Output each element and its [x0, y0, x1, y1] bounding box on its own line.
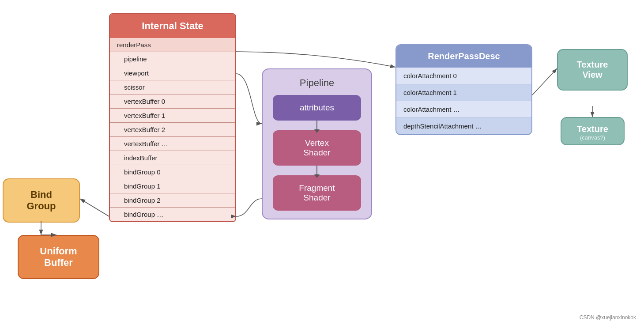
row-vb1: vertexBuffer 1: [110, 109, 235, 123]
row-pipeline: pipeline: [110, 52, 235, 66]
texture-sub: (canvas?): [566, 134, 619, 141]
internal-state-header: Internal State: [110, 14, 235, 38]
texture-view-label: TextureView: [577, 60, 608, 79]
render-pass-header: RenderPassDesc: [396, 45, 531, 68]
pipeline-attributes: attributes: [273, 95, 361, 121]
pipeline-arrow-1: [316, 121, 317, 130]
row-bgdot: bindGroup …: [110, 208, 235, 221]
pipeline-fragment-shader: FragmentShader: [273, 175, 361, 211]
pipeline-label: Pipeline: [300, 77, 334, 89]
row-scissor: scissor: [110, 80, 235, 94]
row-bg1: bindGroup 1: [110, 179, 235, 193]
pipeline-vertex-shader: VertexShader: [273, 130, 361, 166]
texture-label: Texture: [577, 124, 608, 134]
row-indexbuffer: indexBuffer: [110, 151, 235, 165]
row-viewport: viewport: [110, 66, 235, 80]
row-vb0: vertexBuffer 0: [110, 94, 235, 109]
row-vb2: vertexBuffer 2: [110, 123, 235, 137]
row-vbdot: vertexBuffer …: [110, 137, 235, 151]
pipeline-inner: attributes VertexShader FragmentShader: [271, 95, 363, 211]
uniform-buffer-label: UniformBuffer: [40, 246, 77, 268]
render-pass-row-1: colorAttachment 1: [396, 84, 531, 101]
render-pass-row-3: depthStencilAttachment …: [396, 118, 531, 134]
bind-group-box: BindGroup: [3, 178, 80, 223]
row-bg2: bindGroup 2: [110, 193, 235, 208]
texture-box: Texture (canvas?): [561, 117, 625, 145]
render-pass-row-2: colorAttachment …: [396, 101, 531, 118]
render-pass-row-0: colorAttachment 0: [396, 68, 531, 84]
watermark: CSDN @xuejianxinokok: [580, 314, 636, 321]
row-bg0: bindGroup 0: [110, 165, 235, 179]
render-pass-desc-box: RenderPassDesc colorAttachment 0 colorAt…: [395, 44, 532, 135]
internal-state-box: Internal State renderPass pipeline viewp…: [109, 13, 236, 222]
row-renderpass: renderPass: [110, 38, 235, 52]
pipeline-arrow-2: [316, 166, 317, 175]
texture-view-box: TextureView: [557, 49, 628, 91]
bind-group-label: BindGroup: [27, 189, 56, 212]
uniform-buffer-box: UniformBuffer: [18, 235, 99, 279]
pipeline-box: Pipeline attributes VertexShader Fragmen…: [262, 68, 372, 219]
